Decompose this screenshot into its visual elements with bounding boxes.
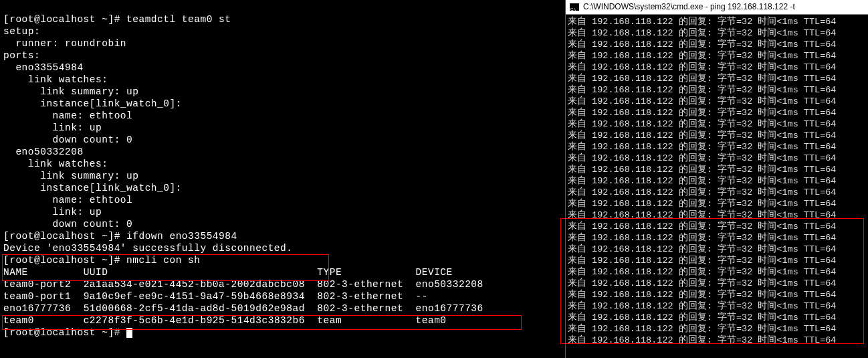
- ping-reply-line: 来自 192.168.118.122 的回复: 字节=32 时间<1ms TTL…: [566, 141, 868, 153]
- prompt: [root@localhost ~]#: [3, 14, 126, 25]
- ping-reply-line: 来自 192.168.118.122 的回复: 字节=32 时间<1ms TTL…: [566, 96, 868, 107]
- output-line: ports:: [3, 50, 40, 61]
- ping-reply-line: 来自 192.168.118.122 的回复: 字节=32 时间<1ms TTL…: [566, 84, 868, 96]
- output-line: instance[link_watch_0]:: [3, 183, 182, 193]
- cell-type: 802-3-ethernet: [317, 279, 403, 290]
- command: teamdctl team0 st: [126, 14, 231, 25]
- ping-reply-line: 来自 192.168.118.122 的回复: 字节=32 时间<1ms TTL…: [566, 107, 868, 118]
- cell-device: team0: [416, 315, 447, 326]
- ping-reply-line: 来自 192.168.118.122 的回复: 字节=32 时间<1ms TTL…: [566, 335, 868, 346]
- output-line: instance[link_watch_0]:: [3, 98, 182, 109]
- ping-reply-line: 来自 192.168.118.122 的回复: 字节=32 时间<1ms TTL…: [566, 73, 868, 84]
- col-type: TYPE: [317, 267, 342, 278]
- col-uuid: UUID: [84, 267, 108, 278]
- ping-reply-line: 来自 192.168.118.122 的回复: 字节=32 时间<1ms TTL…: [566, 50, 868, 62]
- command: ifdown eno33554984: [126, 231, 237, 242]
- col-device: DEVICE: [416, 267, 453, 278]
- cell-uuid: 2a1aa534-e021-4452-bb0a-2002dabcbc08: [84, 279, 305, 290]
- output-line: link summary: up: [3, 86, 138, 97]
- output-line: link watches:: [3, 74, 108, 85]
- windows-cmd-window[interactable]: C:\WINDOWS\system32\cmd.exe - ping 192.1…: [565, 0, 868, 358]
- cell-uuid: 51d00668-2cf5-41da-ad8d-5019d62e98ad: [84, 303, 305, 314]
- ping-reply-line: 来自 192.168.118.122 的回复: 字节=32 时间<1ms TTL…: [566, 312, 868, 323]
- table-row: eno16777736 51d00668-2cf5-41da-ad8d-5019…: [3, 303, 483, 314]
- cell-uuid: 9a10c9ef-ee9c-4151-9a47-59b4668e8934: [84, 291, 305, 302]
- ping-reply-line: 来自 192.168.118.122 的回复: 字节=32 时间<1ms TTL…: [566, 153, 868, 164]
- output-line: name: ethtool: [3, 110, 132, 121]
- ping-reply-line: 来自 192.168.118.122 的回复: 字节=32 时间<1ms TTL…: [566, 289, 868, 300]
- ping-reply-line: 来自 192.168.118.122 的回复: 字节=32 时间<1ms TTL…: [566, 39, 868, 50]
- ping-reply-line: 来自 192.168.118.122 的回复: 字节=32 时间<1ms TTL…: [566, 266, 868, 278]
- ping-reply-line: 来自 192.168.118.122 的回复: 字节=32 时间<1ms TTL…: [566, 221, 868, 232]
- table-header: NAME UUID TYPE DEVICE: [3, 267, 453, 278]
- output-line: name: ethtool: [3, 195, 132, 205]
- ping-reply-line: 来自 192.168.118.122 的回复: 字节=32 时间<1ms TTL…: [566, 130, 868, 141]
- ping-reply-line: 来自 192.168.118.122 的回复: 字节=32 时间<1ms TTL…: [566, 323, 868, 335]
- ping-reply-line: 来自 192.168.118.122 的回复: 字节=32 时间<1ms TTL…: [566, 209, 868, 221]
- output-line: down count: 0: [3, 135, 132, 145]
- ping-reply-line: 来自 192.168.118.122 的回复: 字节=32 时间<1ms TTL…: [566, 16, 868, 27]
- cursor-icon: [126, 328, 132, 338]
- ping-reply-line: 来自 192.168.118.122 的回复: 字节=32 时间<1ms TTL…: [566, 118, 868, 130]
- table-row: team0-port1 9a10c9ef-ee9c-4151-9a47-59b4…: [3, 291, 428, 302]
- output-line: Device 'eno33554984' successfully discon…: [3, 243, 292, 254]
- cell-name: eno16777736: [3, 303, 71, 314]
- cell-name: team0: [3, 315, 34, 326]
- cell-type: team: [317, 315, 342, 326]
- output-line: link: up: [3, 207, 102, 217]
- ping-reply-line: 来自 192.168.118.122 的回复: 字节=32 时间<1ms TTL…: [566, 175, 868, 187]
- ping-output: 来自 192.168.118.122 的回复: 字节=32 时间<1ms TTL…: [566, 15, 868, 346]
- ping-reply-line: 来自 192.168.118.122 的回复: 字节=32 时间<1ms TTL…: [566, 300, 868, 312]
- cell-type: 802-3-ethernet: [317, 291, 403, 302]
- cell-name: team0-port2: [3, 279, 71, 290]
- linux-terminal[interactable]: [root@localhost ~]# teamdctl team0 st se…: [0, 0, 565, 358]
- ping-reply-line: 来自 192.168.118.122 的回复: 字节=32 时间<1ms TTL…: [566, 232, 868, 244]
- cell-device: --: [416, 291, 428, 302]
- table-row: team0 c2278f3f-5c6b-4e1d-b925-514d3c3832…: [3, 315, 447, 326]
- command: nmcli con sh: [126, 255, 200, 266]
- col-name: NAME: [3, 267, 28, 278]
- output-line: link watches:: [3, 159, 108, 169]
- cell-uuid: c2278f3f-5c6b-4e1d-b925-514d3c3832b6: [84, 315, 305, 326]
- cell-device: eno50332208: [416, 279, 483, 290]
- output-line: runner: roundrobin: [3, 38, 126, 49]
- cmd-icon: [570, 3, 579, 11]
- ping-reply-line: 来自 192.168.118.122 的回复: 字节=32 时间<1ms TTL…: [566, 255, 868, 266]
- output-line: eno33554984: [3, 62, 84, 73]
- cell-name: team0-port1: [3, 291, 71, 302]
- prompt: [root@localhost ~]#: [3, 255, 126, 266]
- ping-reply-line: 来自 192.168.118.122 的回复: 字节=32 时间<1ms TTL…: [566, 278, 868, 289]
- prompt: [root@localhost ~]#: [3, 231, 126, 242]
- cell-device: eno16777736: [416, 303, 483, 314]
- output-line: setup:: [3, 26, 40, 37]
- ping-reply-line: 来自 192.168.118.122 的回复: 字节=32 时间<1ms TTL…: [566, 164, 868, 175]
- output-line: eno50332208: [3, 147, 84, 157]
- ping-reply-line: 来自 192.168.118.122 的回复: 字节=32 时间<1ms TTL…: [566, 198, 868, 209]
- output-line: link summary: up: [3, 171, 138, 181]
- ping-reply-line: 来自 192.168.118.122 的回复: 字节=32 时间<1ms TTL…: [566, 62, 868, 73]
- output-line: link: up: [3, 122, 102, 133]
- prompt: [root@localhost ~]#: [3, 327, 126, 338]
- table-row: team0-port2 2a1aa534-e021-4452-bb0a-2002…: [3, 279, 483, 290]
- output-line: down count: 0: [3, 219, 132, 230]
- window-titlebar[interactable]: C:\WINDOWS\system32\cmd.exe - ping 192.1…: [566, 0, 868, 15]
- window-title: C:\WINDOWS\system32\cmd.exe - ping 192.1…: [583, 1, 795, 13]
- ping-reply-line: 来自 192.168.118.122 的回复: 字节=32 时间<1ms TTL…: [566, 187, 868, 198]
- ping-reply-line: 来自 192.168.118.122 的回复: 字节=32 时间<1ms TTL…: [566, 27, 868, 39]
- cell-type: 802-3-ethernet: [317, 303, 403, 314]
- ping-reply-line: 来自 192.168.118.122 的回复: 字节=32 时间<1ms TTL…: [566, 244, 868, 255]
